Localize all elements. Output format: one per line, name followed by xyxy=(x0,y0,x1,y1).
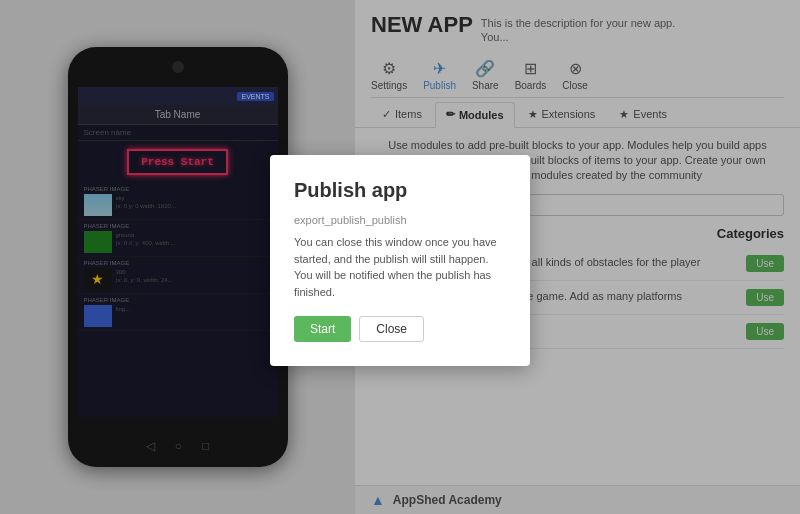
publish-modal: Publish app export_publish_publish You c… xyxy=(270,155,530,366)
modal-actions: Start Close xyxy=(294,316,506,342)
modal-title: Publish app xyxy=(294,179,506,202)
modal-overlay[interactable]: Publish app export_publish_publish You c… xyxy=(0,0,800,514)
modal-close-button[interactable]: Close xyxy=(359,316,424,342)
modal-body: You can close this window once you have … xyxy=(294,234,506,300)
modal-export-id: export_publish_publish xyxy=(294,214,506,226)
modal-start-button[interactable]: Start xyxy=(294,316,351,342)
